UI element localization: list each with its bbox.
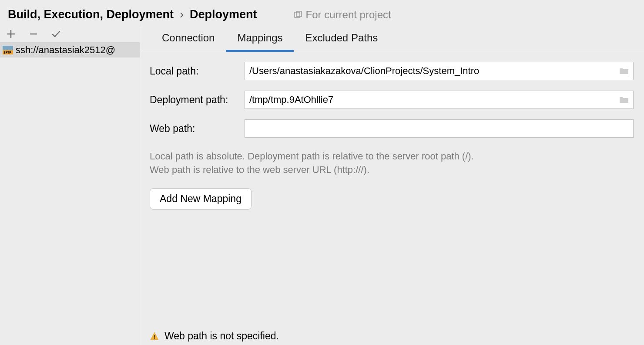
warning-text: Web path is not specified.: [164, 330, 279, 342]
settings-header: Build, Execution, Deployment › Deploymen…: [0, 0, 644, 26]
svg-rect-2: [3, 46, 13, 50]
mapping-hint: Local path is absolute. Deployment path …: [150, 150, 634, 177]
browse-local-path-button[interactable]: [615, 67, 633, 75]
hint-line2: Web path is relative to the web server U…: [150, 164, 369, 175]
server-toolbar: [0, 26, 140, 43]
web-path-label: Web path:: [150, 123, 237, 135]
settings-tabs: Connection Mappings Excluded Paths: [140, 26, 644, 52]
browse-deployment-path-button[interactable]: [615, 96, 633, 104]
deployment-path-row: Deployment path:: [150, 91, 634, 109]
warning-icon: [150, 331, 159, 341]
local-path-label: Local path:: [150, 65, 237, 77]
add-server-button[interactable]: [5, 28, 17, 40]
web-path-row: Web path:: [150, 119, 634, 138]
remove-server-button[interactable]: [28, 28, 39, 40]
local-path-row: Local path:: [150, 62, 634, 80]
breadcrumb-parent[interactable]: Build, Execution, Deployment: [8, 8, 174, 21]
sftp-icon: SFTP: [3, 45, 13, 55]
tab-excluded-paths[interactable]: Excluded Paths: [294, 26, 389, 52]
local-path-input[interactable]: [245, 63, 615, 79]
mappings-form: Local path: Deployment path:: [140, 52, 644, 210]
scope-label: For current project: [294, 9, 391, 21]
deployment-path-input-wrap: [245, 91, 634, 109]
svg-rect-5: [154, 335, 155, 338]
main-area: SFTP ssh://anastasiak2512@ Connection Ma…: [0, 26, 644, 345]
server-list: SFTP ssh://anastasiak2512@: [0, 43, 140, 345]
breadcrumb-current: Deployment: [190, 8, 257, 21]
tab-mappings[interactable]: Mappings: [226, 26, 294, 52]
web-path-input[interactable]: [245, 120, 633, 137]
tab-connection[interactable]: Connection: [151, 26, 226, 52]
web-path-input-wrap: [245, 119, 634, 138]
chevron-right-icon: ›: [180, 8, 184, 21]
settings-content: Connection Mappings Excluded Paths Local…: [140, 26, 644, 345]
scope-text: For current project: [306, 9, 391, 21]
breadcrumb: Build, Execution, Deployment › Deploymen…: [8, 8, 257, 21]
server-item-label: ssh://anastasiak2512@: [16, 44, 115, 56]
server-sidebar: SFTP ssh://anastasiak2512@: [0, 26, 140, 345]
deployment-path-label: Deployment path:: [150, 94, 237, 106]
warning-bar: Web path is not specified.: [150, 330, 279, 342]
local-path-input-wrap: [245, 62, 634, 80]
svg-rect-6: [154, 338, 155, 339]
server-item[interactable]: SFTP ssh://anastasiak2512@: [0, 43, 140, 58]
project-scope-icon: [294, 10, 302, 19]
set-default-button[interactable]: [50, 28, 62, 40]
deployment-path-input[interactable]: [245, 91, 615, 108]
add-new-mapping-button[interactable]: Add New Mapping: [150, 188, 252, 210]
svg-text:SFTP: SFTP: [3, 51, 11, 54]
hint-line1: Local path is absolute. Deployment path …: [150, 151, 474, 162]
